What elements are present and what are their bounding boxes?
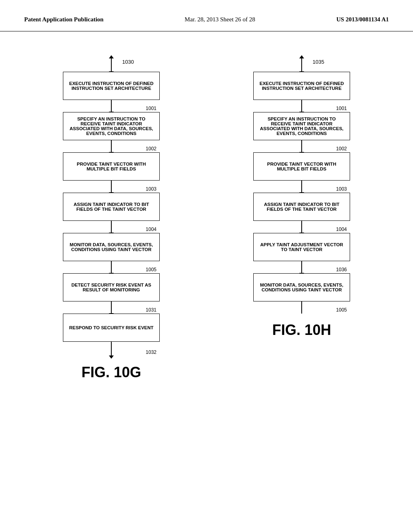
entry-label-10g: 1030	[122, 59, 134, 65]
box-assign-1g: ASSIGN TAINT INDICATOR TO BIT FIELDS OF …	[63, 193, 160, 221]
box-provide-2h: PROVIDE TAINT VECTOR WITH MULTIPLE BIT F…	[253, 152, 350, 181]
entry-label-10h: 1035	[313, 59, 324, 65]
page: Patent Application Publication Mar. 28, …	[0, 0, 413, 532]
label-1005h: 1005	[336, 307, 347, 313]
label-1005g: 1005	[146, 267, 156, 272]
fig10g-label: FIG. 10G	[81, 364, 141, 381]
label-1003g: 1003	[146, 186, 156, 192]
box-provide-1g: PROVIDE TAINT VECTOR WITH MULTIPLE BIT F…	[63, 152, 160, 181]
box-execute-2h: EXECUTE INSTRUCTION OF DEFINED INSTRUCTI…	[253, 72, 350, 100]
entry-arrow-10h: 1035	[253, 56, 350, 72]
label-1003h: 1003	[336, 186, 347, 192]
box-detect-1g: DETECT SECURITY RISK EVENT AS RESULT OF …	[63, 273, 160, 301]
fig10h-column: 1035 EXECUTE INSTRUCTION OF DEFINED INST…	[215, 56, 389, 381]
label-1001h: 1001	[336, 106, 347, 111]
box-specify-2h: SPECIFY AN INSTRUCTION TO RECEIVE TAINT …	[253, 112, 350, 140]
header-left: Patent Application Publication	[24, 16, 104, 23]
label-1031g: 1031	[146, 307, 156, 313]
label-1004g: 1004	[146, 227, 156, 232]
label-1036h: 1036	[336, 267, 347, 272]
label-1004h: 1004	[336, 227, 347, 232]
header-right: US 2013/0081134 A1	[336, 16, 389, 23]
box-monitor-2h: MONITOR DATA, SOURCES, EVENTS, CONDITION…	[253, 273, 350, 301]
box-apply-1h: APPLY TAINT ADJUSTMENT VECTOR TO TAINT V…	[253, 233, 350, 261]
box-specify-1g: SPECIFY AN INSTRUCTION TO RECEIVE TAINT …	[63, 112, 160, 140]
main-content: 1030 EXECUTE INSTRUCTION OF DEFINED INST…	[0, 31, 413, 397]
label-1002g: 1002	[146, 146, 156, 152]
box-monitor-1g: MONITOR DATA, SOURCES, EVENTS, CONDITION…	[63, 233, 160, 261]
label-1002h: 1002	[336, 146, 347, 152]
header-center: Mar. 28, 2013 Sheet 26 of 28	[185, 16, 255, 23]
box-execute-1g: EXECUTE INSTRUCTION OF DEFINED INSTRUCTI…	[63, 72, 160, 100]
fig10g-column: 1030 EXECUTE INSTRUCTION OF DEFINED INST…	[24, 56, 198, 381]
fig10h-label: FIG. 10H	[272, 322, 331, 339]
label-1032g: 1032	[146, 349, 156, 355]
entry-arrow-10g: 1030	[63, 56, 160, 72]
box-assign-2h: ASSIGN TAINT INDICATOR TO BIT FIELDS OF …	[253, 193, 350, 221]
box-respond-1g: RESPOND TO SECURITY RISK EVENT	[63, 314, 160, 342]
header: Patent Application Publication Mar. 28, …	[0, 0, 413, 31]
label-1001g: 1001	[146, 106, 156, 111]
